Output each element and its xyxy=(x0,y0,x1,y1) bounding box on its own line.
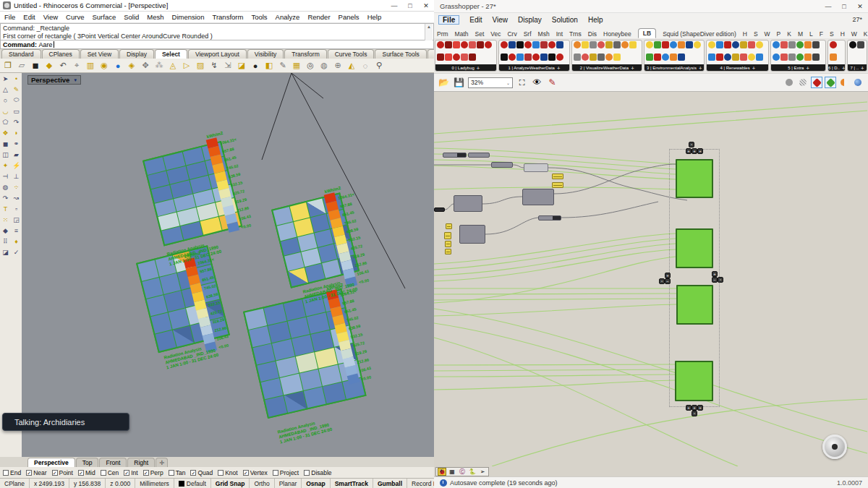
ribbon-icon[interactable] xyxy=(453,53,460,61)
grasshopper-canvas[interactable]: ▫++++▫−+−▫+++▫ xyxy=(434,92,868,466)
ribbon-icon[interactable] xyxy=(708,53,715,61)
palette-icon[interactable]: ◲ xyxy=(11,214,22,225)
palette-icon[interactable]: ◍ xyxy=(0,181,11,192)
csharp-tool-icon[interactable]: Ⓒ xyxy=(458,468,467,476)
preview-eye-icon[interactable]: 👁 xyxy=(531,77,543,89)
menu-tools[interactable]: Tools xyxy=(251,13,267,21)
osnap-quad[interactable]: ✓Quad xyxy=(190,469,213,476)
palette-icon[interactable]: ≡ xyxy=(11,225,22,236)
group-widget-button[interactable]: ▫ xyxy=(689,142,694,147)
ribbon-group-label[interactable]: 3 | EnvironmentalAnalysis✛ xyxy=(644,64,704,71)
ribbon-icon[interactable] xyxy=(756,41,763,48)
toolbar-icon[interactable]: ▥ xyxy=(84,59,97,72)
save-file-icon[interactable]: 💾 xyxy=(453,77,465,89)
tab-surface-tools[interactable]: Surface Tools xyxy=(375,49,426,59)
gh-tab-s[interactable]: S xyxy=(754,30,758,38)
palette-icon[interactable]: ◗ xyxy=(11,127,22,138)
gh-tab-srf[interactable]: Srf xyxy=(524,30,532,38)
menu-view[interactable]: View xyxy=(492,16,508,24)
toolbar-icon[interactable]: ◆ xyxy=(43,59,56,72)
grasshopper-titlebar[interactable]: Grasshopper - 27* — □ ✕ xyxy=(434,0,868,13)
palette-icon[interactable]: ➤ xyxy=(0,73,11,84)
menu-dimension[interactable]: Dimension xyxy=(172,13,205,21)
palette-icon[interactable]: ⠿ xyxy=(0,236,11,247)
toolbar-icon[interactable]: ▦ xyxy=(290,59,303,72)
osnap-disable[interactable]: Disable xyxy=(304,469,331,476)
palette-icon[interactable]: ✎ xyxy=(11,84,22,95)
gh-tab-m[interactable]: M xyxy=(798,30,803,38)
ribbon-icon[interactable] xyxy=(830,53,837,61)
osnap-knot[interactable]: Knot xyxy=(218,469,238,476)
ribbon-icon[interactable] xyxy=(605,53,613,61)
open-file-icon[interactable]: 📂 xyxy=(438,77,450,89)
ladybug-tool-icon[interactable]: 🐞 xyxy=(438,468,446,476)
ribbon-icon[interactable] xyxy=(812,53,820,61)
minimize-button[interactable]: — xyxy=(386,0,402,11)
menu-file[interactable]: File xyxy=(438,15,459,25)
group-widget-button[interactable]: + xyxy=(697,148,703,154)
palette-icon[interactable]: ○ xyxy=(0,95,11,106)
ribbon-icon[interactable] xyxy=(780,41,788,48)
perspective-viewport[interactable]: Perspective ▼ kWh/m21064.31<957.88851.45… xyxy=(22,73,434,457)
python-tool-icon[interactable]: 🐍 xyxy=(468,468,477,476)
toolbar-icon[interactable]: ▨ xyxy=(194,59,207,72)
toolbar-icon[interactable]: ◭ xyxy=(345,59,358,72)
palette-icon[interactable]: ↝ xyxy=(11,192,22,203)
toolbar-icon[interactable]: ⊕ xyxy=(331,59,344,72)
number-slider[interactable] xyxy=(552,182,563,188)
gh-tab-math[interactable]: Math xyxy=(455,30,469,38)
gh-component[interactable] xyxy=(434,207,445,212)
checkbox-unchecked[interactable] xyxy=(218,470,224,476)
ribbon-icon[interactable] xyxy=(516,53,524,61)
status-toggle-gumball[interactable]: Gumball xyxy=(373,479,407,488)
gh-tab-honeybee[interactable]: Honeybee xyxy=(603,30,631,38)
group-widget-button[interactable]: − xyxy=(665,278,671,284)
checkbox-checked[interactable]: ✓ xyxy=(124,470,129,476)
status-toggle-smarttrack[interactable]: SmartTrack xyxy=(331,479,373,488)
group-widget-button[interactable]: + xyxy=(686,405,692,411)
menu-file[interactable]: File xyxy=(4,13,15,21)
ribbon-icon[interactable] xyxy=(605,41,613,48)
palette-icon[interactable]: ◪ xyxy=(0,247,11,257)
toolbar-icon[interactable]: ◧ xyxy=(263,59,276,72)
viewport-tab-top[interactable]: Top xyxy=(76,458,99,467)
ribbon-icon[interactable] xyxy=(501,53,508,61)
ribbon-icon[interactable] xyxy=(670,53,677,61)
ribbon-icon[interactable] xyxy=(532,53,540,61)
toolbar-icon[interactable]: ⌖ xyxy=(70,59,83,72)
checkbox-checked[interactable]: ✓ xyxy=(243,470,249,476)
tab-transform[interactable]: Transform xyxy=(284,49,326,59)
ribbon-icon[interactable] xyxy=(461,41,468,48)
checkbox-checked[interactable]: ✓ xyxy=(78,470,84,476)
close-button[interactable]: ✕ xyxy=(852,1,868,12)
toolbar-icon[interactable]: ● xyxy=(249,59,262,72)
ribbon-icon[interactable] xyxy=(740,41,747,48)
group-widget-button[interactable]: + xyxy=(686,148,692,154)
ribbon-icon[interactable] xyxy=(613,41,621,48)
checkbox-checked[interactable]: ✓ xyxy=(190,470,196,476)
ribbon-icon[interactable] xyxy=(716,53,723,61)
group-expand-icon[interactable]: ✛ xyxy=(842,66,845,70)
ribbon-icon[interactable] xyxy=(748,41,755,48)
gh-tab-p[interactable]: P xyxy=(777,30,781,38)
ribbon-icon[interactable] xyxy=(540,53,548,61)
toolbar-icon[interactable]: ◉ xyxy=(98,59,111,72)
ribbon-icon[interactable] xyxy=(686,41,693,48)
ribbon-group-label[interactable]: 4 | Renewables✛ xyxy=(707,64,769,71)
viewport-tab-right[interactable]: Right xyxy=(127,458,155,467)
palette-icon[interactable]: ✓ xyxy=(11,247,22,257)
gh-component[interactable] xyxy=(491,162,513,168)
menu-curve[interactable]: Curve xyxy=(66,13,84,21)
osnap-point[interactable]: ✓Point xyxy=(52,469,73,476)
palette-icon[interactable]: ⊣ xyxy=(0,171,11,181)
document-preview-icon[interactable] xyxy=(852,77,864,88)
menu-help[interactable]: Help xyxy=(367,13,382,21)
number-slider[interactable] xyxy=(444,232,451,239)
number-slider[interactable] xyxy=(552,174,563,179)
palette-icon[interactable]: ◼ xyxy=(0,138,11,149)
ribbon-icon[interactable] xyxy=(509,53,516,61)
ribbon-icon[interactable] xyxy=(654,53,661,61)
toolbar-icon[interactable]: ✥ xyxy=(139,59,152,72)
palette-icon[interactable]: ⬭ xyxy=(11,95,22,106)
close-button[interactable]: ✕ xyxy=(418,0,434,11)
